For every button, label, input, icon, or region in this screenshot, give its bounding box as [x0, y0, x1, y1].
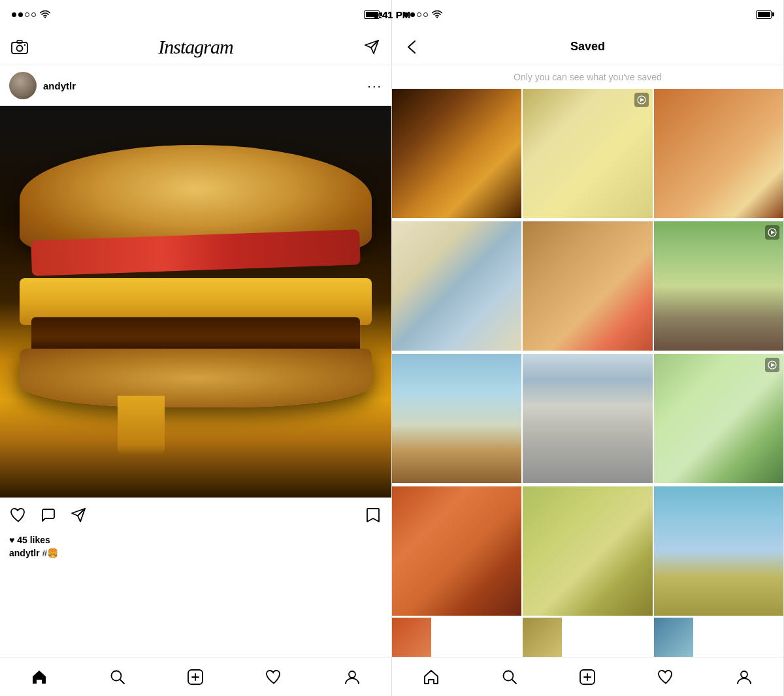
svg-point-5: [111, 671, 121, 680]
rdot2: [410, 12, 415, 17]
video-indicator-6: [765, 225, 779, 240]
saved-image-6: [654, 221, 783, 351]
heart-tab-left[interactable]: [259, 663, 288, 691]
add-tab-right[interactable]: [573, 663, 602, 691]
caption-username: andytlr: [9, 548, 40, 558]
svg-point-7: [349, 671, 355, 678]
user-row: andytlr ···: [0, 65, 391, 106]
saved-image-10: [392, 486, 521, 616]
burger-visual: [0, 106, 391, 498]
search-tab-left[interactable]: [103, 663, 132, 691]
rdot3: [417, 12, 421, 17]
wifi-icon-right: [432, 10, 442, 18]
user-info[interactable]: andytlr: [9, 72, 76, 99]
saved-item-5[interactable]: [523, 221, 652, 351]
svg-point-4: [24, 44, 25, 45]
home-tab-right[interactable]: [417, 663, 446, 691]
like-button[interactable]: [9, 506, 27, 524]
saved-item-6[interactable]: [654, 221, 783, 351]
saved-item-1[interactable]: [392, 89, 521, 218]
back-button[interactable]: [402, 38, 421, 56]
saved-item-11[interactable]: [523, 486, 652, 616]
post-image: [0, 106, 391, 498]
nav-bar-left: Instagram: [0, 29, 391, 65]
more-options-button[interactable]: ···: [367, 78, 382, 93]
bookmark-button[interactable]: [364, 506, 382, 524]
action-icons-left: [9, 506, 364, 524]
saved-item-14[interactable]: [523, 618, 562, 657]
status-time-right: 9:41 PM: [392, 9, 410, 20]
post-meta: ♥ 45 likes andytlr #🍔: [0, 532, 391, 565]
saved-image-1: [392, 89, 521, 218]
share-button[interactable]: [69, 506, 88, 524]
caption-text: #🍔: [42, 548, 59, 558]
wifi-icon: [40, 10, 50, 18]
saved-image-2: [523, 89, 652, 218]
signal-area: [12, 10, 50, 18]
dot2: [18, 12, 23, 17]
instagram-logo: Instagram: [158, 36, 233, 58]
comment-button[interactable]: [39, 506, 57, 524]
heart-tab-right[interactable]: [651, 663, 680, 691]
left-phone-panel: 9:41 PM Instagram: [0, 0, 392, 696]
dot1: [12, 12, 16, 17]
saved-image-4: [392, 221, 521, 351]
dot4: [31, 12, 36, 17]
profile-tab-left[interactable]: [338, 663, 367, 691]
saved-item-4[interactable]: [392, 221, 521, 351]
nav-bar-right: Saved: [392, 29, 783, 65]
avatar[interactable]: [9, 72, 37, 99]
profile-tab-right[interactable]: [730, 663, 759, 691]
saved-item-12[interactable]: [654, 486, 783, 616]
add-tab-left[interactable]: [181, 663, 210, 691]
saved-item-8[interactable]: [523, 354, 652, 483]
battery-icon-right: [756, 10, 772, 19]
video-indicator-2: [634, 93, 649, 107]
search-tab-right[interactable]: [495, 663, 524, 691]
saved-item-13[interactable]: [392, 618, 431, 657]
caption: andytlr #🍔: [9, 548, 382, 558]
saved-item-9[interactable]: [654, 354, 783, 483]
likes-count: ♥ 45 likes: [9, 535, 382, 545]
saved-item-3[interactable]: [654, 89, 783, 218]
svg-point-2: [17, 45, 23, 51]
saved-item-10[interactable]: [392, 486, 521, 616]
battery-area-right: [756, 10, 772, 19]
send-button-nav[interactable]: [363, 38, 381, 56]
bottom-nav-left: [0, 657, 391, 696]
saved-image-8: [523, 354, 652, 483]
saved-subtitle: Only you can see what you've saved: [392, 65, 783, 89]
svg-point-12: [503, 671, 513, 680]
saved-image-7: [392, 354, 521, 483]
grid-bottom-partial: [392, 618, 783, 657]
saved-image-5: [523, 221, 652, 351]
right-phone-panel: 9:41 PM Saved Only you can see what you'…: [392, 0, 784, 696]
video-indicator-9: [765, 358, 779, 372]
svg-rect-3: [17, 40, 22, 43]
username-label: andytlr: [43, 80, 76, 91]
camera-button[interactable]: [10, 38, 29, 56]
bottom-nav-right: [392, 657, 783, 696]
svg-point-14: [741, 671, 747, 678]
right-panel-content: Only you can see what you've saved: [392, 65, 783, 657]
saved-item-7[interactable]: [392, 354, 521, 483]
svg-point-8: [436, 17, 438, 18]
saved-item-2[interactable]: [523, 89, 652, 218]
status-bar-right: 9:41 PM: [392, 0, 783, 29]
battery-fill-right: [758, 12, 770, 17]
saved-image-3: [654, 89, 783, 218]
dot3: [25, 12, 29, 17]
saved-title: Saved: [570, 40, 605, 54]
saved-image-12: [654, 486, 783, 616]
saved-image-9: [654, 354, 783, 483]
svg-point-0: [44, 17, 46, 18]
status-bar-left: 9:41 PM: [0, 0, 391, 29]
saved-image-11: [523, 486, 652, 616]
post-actions: [0, 498, 391, 532]
saved-grid: [392, 89, 783, 618]
rdot4: [423, 12, 428, 17]
avatar-image: [9, 72, 37, 99]
home-tab-left[interactable]: [25, 663, 54, 691]
cheese-drip: [118, 396, 165, 454]
saved-item-15[interactable]: [654, 618, 693, 657]
